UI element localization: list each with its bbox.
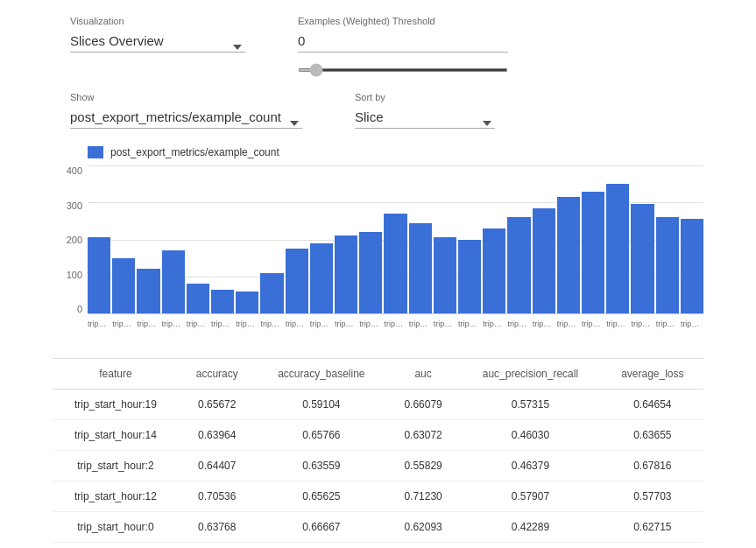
bar xyxy=(162,250,185,313)
x-label: trip_s... xyxy=(260,316,283,328)
show-control: Show post_export_metrics/example_count xyxy=(70,92,302,129)
y-label-0: 0 xyxy=(77,304,82,314)
bar xyxy=(359,232,382,313)
sort-by-dropdown-container[interactable]: Slice xyxy=(355,108,495,129)
chart-section: post_export_metrics/example_count 400 30… xyxy=(0,137,756,349)
threshold-label: Examples (Weighted) Threshold xyxy=(298,16,508,26)
bar xyxy=(434,237,456,313)
col-auc: auc xyxy=(387,359,459,390)
col-auc-precision-recall: auc_precision_recall xyxy=(459,359,602,390)
cell-average_loss: 0.57703 xyxy=(602,481,703,512)
bar xyxy=(458,240,481,314)
cell-average_loss: 0.65142 xyxy=(602,543,703,549)
col-accuracy-baseline: accuracy_baseline xyxy=(256,359,387,390)
data-table: feature accuracy accuracy_baseline auc a… xyxy=(53,358,703,548)
cell-accuracy: 0.63768 xyxy=(179,512,256,543)
bar xyxy=(211,290,234,313)
cell-accuracy: 0.65672 xyxy=(179,390,256,420)
x-label: trip_s... xyxy=(310,316,333,328)
table-header: feature accuracy accuracy_baseline auc a… xyxy=(53,359,703,390)
x-label: trip_s... xyxy=(211,316,234,328)
x-label: trip_s... xyxy=(162,316,185,328)
bar xyxy=(236,292,258,313)
legend-label: post_export_metrics/example_count xyxy=(110,146,279,158)
bar xyxy=(88,237,110,313)
bar xyxy=(112,258,135,313)
cell-auc_precision_recall: 0.57907 xyxy=(459,481,602,512)
cell-feature: trip_start_hour:2 xyxy=(53,451,179,481)
table-row: trip_start_hour:120.705360.656250.712300… xyxy=(53,481,703,512)
bar xyxy=(557,197,580,313)
cell-auc_precision_recall: 0.44173 xyxy=(459,543,602,549)
bar xyxy=(507,217,530,313)
cell-accuracy_baseline: 0.65625 xyxy=(256,481,387,512)
cell-feature: trip_start_hour:14 xyxy=(53,420,179,451)
cell-auc: 0.62093 xyxy=(387,512,459,543)
x-label: trip_s... xyxy=(384,316,406,328)
cell-average_loss: 0.64654 xyxy=(602,390,703,420)
table-row: trip_start_hour:190.656720.591040.660790… xyxy=(53,390,703,420)
x-label: trip_s... xyxy=(458,316,481,328)
table-row: trip_start_hour:20.644070.635590.558290.… xyxy=(53,451,703,481)
visualization-control: Visualization Slices Overview xyxy=(70,16,245,53)
y-label-100: 100 xyxy=(67,270,82,280)
cell-auc_precision_recall: 0.42289 xyxy=(459,512,602,543)
x-label: trip_s... xyxy=(656,316,679,328)
bar xyxy=(335,235,357,313)
bar xyxy=(582,192,604,313)
chart-y-axis: 400 300 200 100 0 xyxy=(53,165,86,314)
threshold-slider[interactable] xyxy=(298,68,508,72)
show-select[interactable]: post_export_metrics/example_count xyxy=(70,108,302,129)
visualization-dropdown-container[interactable]: Slices Overview xyxy=(70,32,245,53)
bar xyxy=(606,184,629,313)
cell-accuracy: 0.64407 xyxy=(179,451,256,481)
chart-wrapper: 400 300 200 100 0 trip_s...trip_s...trip… xyxy=(53,165,703,341)
cell-accuracy_baseline: 0.65766 xyxy=(256,420,387,451)
bar xyxy=(483,228,505,313)
x-label: trip_s... xyxy=(434,316,456,328)
bar xyxy=(260,273,283,313)
sort-by-control: Sort by Slice xyxy=(355,92,495,129)
cell-auc: 0.66079 xyxy=(387,390,459,420)
table-row: trip_start_hour:140.639640.657660.630720… xyxy=(53,420,703,451)
cell-feature: trip_start_hour:12 xyxy=(53,481,179,512)
cell-feature: trip_start_hour:23 xyxy=(53,543,179,549)
x-label: trip_s... xyxy=(286,316,308,328)
y-label-200: 200 xyxy=(67,235,82,245)
show-label: Show xyxy=(70,92,302,102)
x-label: trip_s... xyxy=(606,316,629,328)
x-label: trip_s... xyxy=(507,316,530,328)
cell-average_loss: 0.62715 xyxy=(602,512,703,543)
col-average-loss: average_loss xyxy=(602,359,703,390)
col-accuracy: accuracy xyxy=(179,359,256,390)
sort-by-label: Sort by xyxy=(355,92,495,102)
visualization-label: Visualization xyxy=(70,16,245,26)
cell-accuracy_baseline: 0.66667 xyxy=(256,512,387,543)
visualization-select[interactable]: Slices Overview xyxy=(70,32,245,53)
chart-plot-area xyxy=(88,165,703,314)
threshold-input[interactable] xyxy=(298,32,508,53)
bar xyxy=(137,269,159,313)
bar xyxy=(533,208,555,313)
sort-by-select[interactable]: Slice xyxy=(355,108,495,129)
cell-accuracy: 0.63964 xyxy=(179,420,256,451)
y-label-300: 300 xyxy=(67,200,82,211)
second-row-controls: Show post_export_metrics/example_count S… xyxy=(0,83,756,137)
x-label: trip_s... xyxy=(483,316,505,328)
chart-x-axis: trip_s...trip_s...trip_s...trip_s...trip… xyxy=(88,316,703,341)
top-controls: Visualization Slices Overview Examples (… xyxy=(0,0,756,83)
x-label: trip_s... xyxy=(631,316,654,328)
show-dropdown-container[interactable]: post_export_metrics/example_count xyxy=(70,108,302,129)
bar xyxy=(384,214,406,313)
x-label: trip_s... xyxy=(137,316,159,328)
bar xyxy=(310,243,333,313)
x-label: trip_s... xyxy=(187,316,209,328)
legend-color-box xyxy=(88,146,103,158)
cell-feature: trip_start_hour:0 xyxy=(53,512,179,543)
cell-accuracy: 0.70536 xyxy=(179,481,256,512)
cell-average_loss: 0.63655 xyxy=(602,420,703,451)
bar xyxy=(187,284,209,313)
table-body: trip_start_hour:190.656720.591040.660790… xyxy=(53,390,703,549)
cell-auc_precision_recall: 0.57315 xyxy=(459,390,602,420)
table-section: feature accuracy accuracy_baseline auc a… xyxy=(0,349,756,548)
